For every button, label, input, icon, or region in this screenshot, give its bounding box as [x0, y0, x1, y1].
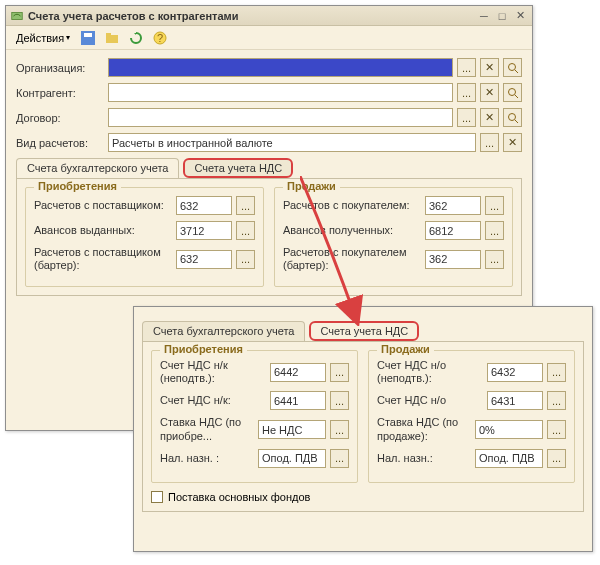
group-title-sale-1: Продажи [283, 180, 340, 192]
cont-search-button[interactable] [503, 83, 522, 102]
svg-rect-4 [106, 33, 111, 36]
svg-line-8 [515, 70, 518, 73]
acq1-r3-button[interactable]: ... [236, 250, 255, 269]
cont-input[interactable] [108, 83, 453, 102]
close-button[interactable]: ✕ [512, 9, 528, 23]
maximize-button[interactable]: □ [494, 9, 510, 23]
save-icon[interactable] [78, 28, 98, 48]
acq1-r2-input[interactable]: 3712 [176, 221, 232, 240]
acq2-r3-button[interactable]: ... [330, 420, 349, 439]
sale2-r3-button[interactable]: ... [547, 420, 566, 439]
sale1-r2-label: Авансов полученных: [283, 224, 421, 237]
sale1-r1-input[interactable]: 362 [425, 196, 481, 215]
sale2-r2-button[interactable]: ... [547, 391, 566, 410]
app-icon [10, 9, 24, 23]
tab-nds-1[interactable]: Счета учета НДС [183, 158, 293, 178]
tab-buh-1[interactable]: Счета бухгалтерского учета [16, 158, 179, 178]
acq2-r3-input[interactable]: Не НДС [258, 420, 326, 439]
dog-select-button[interactable]: ... [457, 108, 476, 127]
toolbar: Действия ▾ ? [6, 26, 532, 50]
cont-clear-button[interactable]: ✕ [480, 83, 499, 102]
sale1-r2-button[interactable]: ... [485, 221, 504, 240]
sale2-r1-label: Счет НДС н/о (неподтв.): [377, 359, 483, 385]
org-select-button[interactable]: ... [457, 58, 476, 77]
group-title-acq-2: Приобретения [160, 343, 247, 355]
form-body: Организация: ... ✕ Контрагент: ... ✕ Дог… [6, 50, 532, 304]
checkbox-label: Поставка основных фондов [168, 491, 310, 503]
sale2-r2-input[interactable]: 6431 [487, 391, 543, 410]
group-sale-2: Продажи Счет НДС н/о (неподтв.): 6432 ..… [368, 350, 575, 483]
acq1-r1-button[interactable]: ... [236, 196, 255, 215]
acq1-r3-input[interactable]: 632 [176, 250, 232, 269]
sale1-r1-label: Расчетов с покупателем: [283, 199, 421, 212]
acq2-r2-button[interactable]: ... [330, 391, 349, 410]
tab-panel-2: Приобретения Счет НДС н/к (неподтв.): 64… [142, 341, 584, 512]
svg-rect-3 [106, 35, 118, 43]
checkbox-icon[interactable] [151, 491, 163, 503]
org-input[interactable] [108, 58, 453, 77]
vid-input[interactable]: Расчеты в иностранной валюте [108, 133, 476, 152]
svg-rect-2 [84, 33, 92, 37]
group-acq-2: Приобретения Счет НДС н/к (неподтв.): 64… [151, 350, 358, 483]
acq2-r1-button[interactable]: ... [330, 363, 349, 382]
org-search-button[interactable] [503, 58, 522, 77]
tab-nds-2[interactable]: Счета учета НДС [309, 321, 419, 341]
window-title: Счета учета расчетов с контрагентами [28, 10, 474, 22]
dog-label: Договор: [16, 112, 104, 124]
sale2-r4-button[interactable]: ... [547, 449, 566, 468]
tab-buh-2[interactable]: Счета бухгалтерского учета [142, 321, 305, 341]
tabs-1: Счета бухгалтерского учета Счета учета Н… [16, 158, 522, 178]
svg-point-7 [508, 63, 515, 70]
dog-search-button[interactable] [503, 108, 522, 127]
group-sale-1: Продажи Расчетов с покупателем: 362 ... … [274, 187, 513, 287]
acq2-r1-input[interactable]: 6442 [270, 363, 326, 382]
titlebar: Счета учета расчетов с контрагентами ─ □… [6, 6, 532, 26]
acq2-r2-input[interactable]: 6441 [270, 391, 326, 410]
actions-menu[interactable]: Действия ▾ [12, 32, 74, 44]
sale2-r3-input[interactable]: 0% [475, 420, 543, 439]
svg-point-11 [508, 113, 515, 120]
org-clear-button[interactable]: ✕ [480, 58, 499, 77]
group-title-acq-1: Приобретения [34, 180, 121, 192]
svg-line-10 [515, 95, 518, 98]
acq2-r4-button[interactable]: ... [330, 449, 349, 468]
chevron-down-icon: ▾ [66, 33, 70, 42]
vid-select-button[interactable]: ... [480, 133, 499, 152]
sale1-r3-label: Расчетов с покупателем (бартер): [283, 246, 421, 272]
dog-input[interactable] [108, 108, 453, 127]
svg-text:?: ? [157, 32, 163, 44]
group-title-sale-2: Продажи [377, 343, 434, 355]
group-acq-1: Приобретения Расчетов с поставщиком: 632… [25, 187, 264, 287]
sale2-r1-button[interactable]: ... [547, 363, 566, 382]
svg-point-9 [508, 88, 515, 95]
acq1-r3-label: Расчетов с поставщиком (бартер): [34, 246, 172, 272]
vid-clear-button[interactable]: ✕ [503, 133, 522, 152]
dog-clear-button[interactable]: ✕ [480, 108, 499, 127]
sale2-r1-input[interactable]: 6432 [487, 363, 543, 382]
acq1-r2-button[interactable]: ... [236, 221, 255, 240]
acq1-r1-input[interactable]: 632 [176, 196, 232, 215]
sale1-r3-button[interactable]: ... [485, 250, 504, 269]
cont-select-button[interactable]: ... [457, 83, 476, 102]
minimize-button[interactable]: ─ [476, 9, 492, 23]
vid-label: Вид расчетов: [16, 137, 104, 149]
checkbox-row[interactable]: Поставка основных фондов [151, 491, 575, 503]
acq2-r1-label: Счет НДС н/к (неподтв.): [160, 359, 266, 385]
help-icon[interactable]: ? [150, 28, 170, 48]
acq2-r4-input[interactable]: Опод. ПДВ [258, 449, 326, 468]
sale1-r3-input[interactable]: 362 [425, 250, 481, 269]
tabs-2: Счета бухгалтерского учета Счета учета Н… [142, 321, 584, 341]
acq1-r1-label: Расчетов с поставщиком: [34, 199, 172, 212]
sale2-r2-label: Счет НДС н/о [377, 394, 483, 407]
secondary-window: Счета бухгалтерского учета Счета учета Н… [133, 306, 593, 552]
sale1-r2-input[interactable]: 6812 [425, 221, 481, 240]
acq2-r2-label: Счет НДС н/к: [160, 394, 266, 407]
acq2-r4-label: Нал. назн. : [160, 452, 254, 465]
sale1-r1-button[interactable]: ... [485, 196, 504, 215]
sale2-r4-input[interactable]: Опод. ПДВ [475, 449, 543, 468]
sale2-r4-label: Нал. назн.: [377, 452, 471, 465]
org-label: Организация: [16, 62, 104, 74]
refresh-icon[interactable] [126, 28, 146, 48]
folder-icon[interactable] [102, 28, 122, 48]
cont-label: Контрагент: [16, 87, 104, 99]
